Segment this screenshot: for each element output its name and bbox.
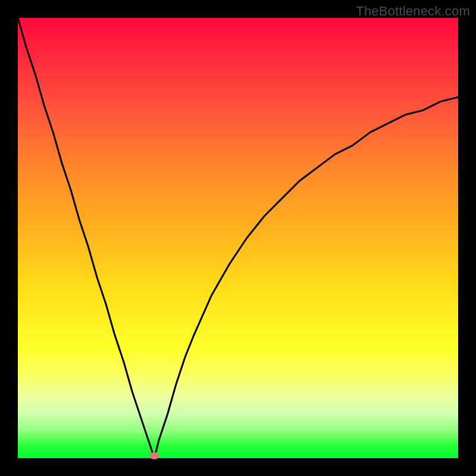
bottleneck-curve [18,18,458,458]
chart-frame: TheBottleneck.com [0,0,476,476]
curve-svg [18,18,458,458]
watermark-label: TheBottleneck.com [356,4,470,19]
plot-area [18,18,458,458]
minimum-marker [149,452,159,459]
